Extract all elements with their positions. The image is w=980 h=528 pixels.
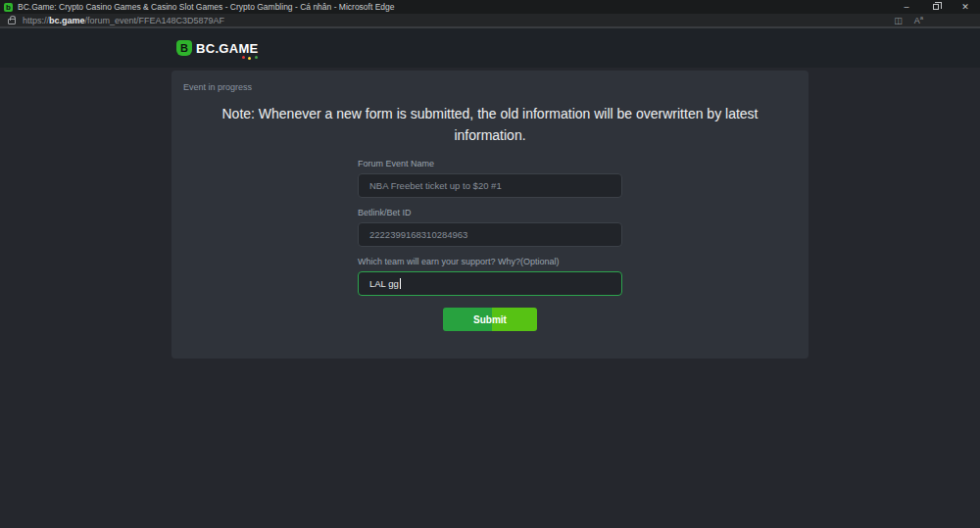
restore-button[interactable] — [921, 0, 951, 14]
browser-titlebar: b BC.Game: Crypto Casino Games & Casino … — [0, 0, 980, 14]
forum-event-name-input[interactable] — [358, 173, 622, 198]
url-path: /forum_event/FFEA148C3D5879AF — [85, 16, 225, 25]
bcgame-logo[interactable]: B BC.GAME — [176, 40, 259, 56]
close-button[interactable]: ✕ — [951, 0, 980, 14]
url-scheme: https:// — [23, 16, 49, 25]
event-status-text: Event in progress — [183, 82, 797, 92]
bcgame-logo-text: BC.GAME — [196, 41, 259, 56]
window-controls: – ✕ — [892, 0, 980, 14]
submit-button[interactable]: Submit — [443, 308, 537, 331]
restore-icon — [933, 4, 939, 10]
address-bar[interactable]: https://bc.game/forum_event/FFEA148C3D58… — [0, 14, 980, 28]
support-team-value: LAL gg — [369, 278, 399, 289]
confetti-dot-red — [242, 56, 245, 59]
browser-toolbar-icons: ◫ Aa — [894, 15, 980, 25]
url-text: https://bc.game/forum_event/FFEA148C3D58… — [23, 16, 224, 25]
text-caret — [400, 278, 401, 289]
bcgame-favicon-icon: b — [4, 3, 13, 12]
event-form: Forum Event Name Betlink/Bet ID Which te… — [358, 159, 622, 331]
url-domain: bc.game — [49, 16, 85, 25]
betlink-bet-id-label: Betlink/Bet ID — [358, 208, 622, 217]
minimize-button[interactable]: – — [892, 0, 921, 14]
event-form-card: Event in progress Note: Whenever a new f… — [172, 71, 808, 359]
confetti-dot-yellow — [248, 57, 251, 60]
submit-row: Submit — [358, 308, 622, 331]
window-title: BC.Game: Crypto Casino Games & Casino Sl… — [18, 2, 395, 12]
support-team-label: Which team will earn your support? Why?(… — [358, 257, 622, 266]
form-note: Note: Whenever a new form is submitted, … — [183, 103, 797, 146]
bcgame-logo-icon: B — [176, 40, 192, 56]
page-content: Event in progress Note: Whenever a new f… — [0, 68, 980, 527]
confetti-dot-green — [255, 56, 258, 59]
read-aloud-icon[interactable]: Aa — [914, 15, 923, 25]
betlink-bet-id-input[interactable] — [358, 222, 622, 247]
forum-event-name-label: Forum Event Name — [358, 159, 622, 168]
site-header: B BC.GAME — [0, 28, 980, 68]
lock-icon — [8, 19, 16, 24]
support-team-input[interactable]: LAL gg — [358, 271, 622, 296]
split-screen-icon[interactable]: ◫ — [894, 16, 903, 25]
